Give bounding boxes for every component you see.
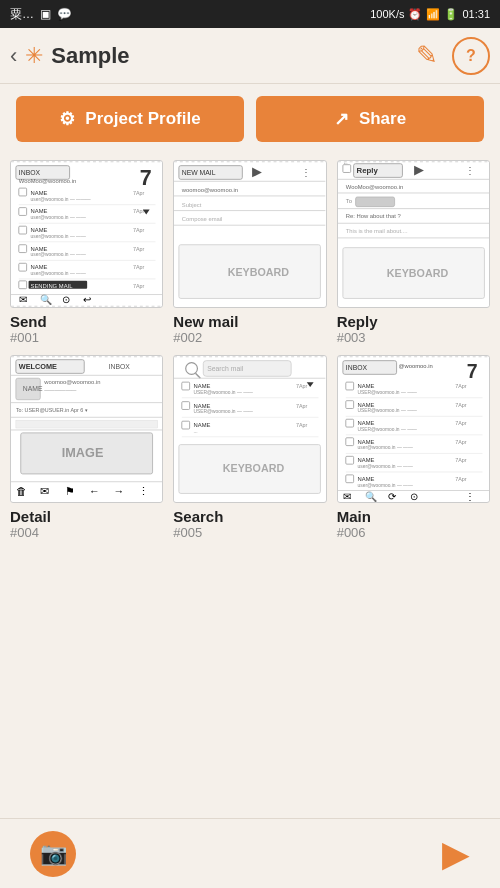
label-reply: Reply [337,313,490,330]
svg-text:🗑: 🗑 [16,485,27,497]
svg-text:7Apr: 7Apr [455,420,467,426]
svg-text:→: → [114,485,125,497]
label-main: Main [337,508,490,525]
app-logo-icon: ✳ [25,43,43,69]
app-header: ‹ ✳ Sample ✎ ? [0,28,500,84]
svg-text:SENDING MAIL: SENDING MAIL [31,283,74,289]
sketch-send: INBOX WooMoo@woomoo.in 7 NAME user@woomo… [10,160,163,308]
svg-text:NAME: NAME [31,190,48,196]
svg-text:user@woomoo.in — ——: user@woomoo.in — —— [357,483,412,488]
svg-text:To: USER@USUER.in    Apr 6 ▾: To: USER@USUER.in Apr 6 ▾ [16,407,88,413]
grid-item-reply[interactable]: ← Reply ⋮ WooMoo@woomoo.in To Re: How ab… [337,160,490,345]
svg-text:7Apr: 7Apr [133,208,145,214]
wechat-icon: 💬 [57,7,72,21]
back-button[interactable]: ‹ [10,43,17,69]
number-reply: #003 [337,330,490,345]
alarm-icon: ⏰ [408,8,422,21]
svg-text:woomoo@woomoo.in: woomoo@woomoo.in [181,187,238,193]
label-send: Send [10,313,163,330]
label-search: Search [173,508,326,525]
svg-text:7Apr: 7Apr [296,422,308,428]
sketch-detail: WELCOME INBOX NAME woomoo@woomoo.in ————… [10,355,163,503]
svg-text:⋮: ⋮ [138,485,149,497]
play-button[interactable]: ▶ [442,833,470,875]
svg-text:KEYBOARD: KEYBOARD [386,267,448,279]
svg-text:7Apr: 7Apr [455,383,467,389]
svg-text:Re: How about that ?: Re: How about that ? [345,213,401,219]
grid-item-search[interactable]: Search mail NAME USER@woomoo.in — —— 7Ap… [173,355,326,540]
svg-text:user@woomoo.in — ———: user@woomoo.in — ——— [31,197,91,202]
svg-text:KEYBOARD: KEYBOARD [228,266,290,278]
svg-text:WELCOME: WELCOME [19,362,57,371]
svg-text:NAME: NAME [194,422,211,428]
svg-text:🔍: 🔍 [40,293,53,306]
svg-text:NAME: NAME [23,385,43,392]
svg-text:⋮: ⋮ [465,165,475,176]
status-right: 100K/s ⏰ 📶 🔋 01:31 [370,8,490,21]
grid-item-detail[interactable]: WELCOME INBOX NAME woomoo@woomoo.in ————… [10,355,163,540]
svg-text:USER@woomoo.in — ——: USER@woomoo.in — —— [357,427,417,432]
svg-text:Reply: Reply [356,166,378,175]
grid-item-send[interactable]: INBOX WooMoo@woomoo.in 7 NAME user@woomo… [10,160,163,345]
sketch-main: INBOX @woomoo.in 7 NAME USER@woomoo.in —… [337,355,490,503]
grid-item-newmail[interactable]: NEW MAIL ⋮ woomoo@woomoo.in Subject Comp… [173,160,326,345]
camera-icon: 📷 [40,841,67,867]
number-main: #006 [337,525,490,540]
svg-text:Subject: Subject [182,202,202,208]
grid-item-main[interactable]: INBOX @woomoo.in 7 NAME USER@woomoo.in —… [337,355,490,540]
svg-text:USER@woomoo.in — ——: USER@woomoo.in — —— [357,408,417,413]
sketch-search: Search mail NAME USER@woomoo.in — —— 7Ap… [173,355,326,503]
edit-button[interactable]: ✎ [416,40,438,71]
label-detail: Detail [10,508,163,525]
header-left: ‹ ✳ Sample [10,43,130,69]
svg-text:✉: ✉ [343,491,351,502]
battery-icon: 🔋 [444,8,458,21]
svg-text:7Apr: 7Apr [133,264,145,270]
svg-text:NAME: NAME [357,402,374,408]
sketch-newmail: NEW MAIL ⋮ woomoo@woomoo.in Subject Comp… [173,160,326,308]
svg-text:🔍: 🔍 [365,490,378,502]
svg-text:NEW MAIL: NEW MAIL [182,169,216,176]
number-detail: #004 [10,525,163,540]
svg-text:WooMoo@woomoo.in: WooMoo@woomoo.in [19,178,76,184]
svg-text:⊙: ⊙ [410,491,418,502]
camera-button[interactable]: 📷 [30,831,76,877]
svg-text:NAME: NAME [31,264,48,270]
svg-text:Compose email: Compose email [182,216,223,222]
svg-text:USER@woomoo.in — ——: USER@woomoo.in — —— [194,390,254,395]
project-profile-button[interactable]: ⚙ Project Profile [16,96,244,142]
svg-text:NAME: NAME [31,208,48,214]
svg-text:NAME: NAME [31,227,48,233]
time-text: 01:31 [462,8,490,20]
svg-text:INBOX: INBOX [345,364,367,371]
svg-text:To: To [345,198,351,204]
svg-rect-90 [16,420,158,428]
share-button[interactable]: ↗ Share [256,96,484,142]
project-profile-label: Project Profile [85,109,200,129]
svg-rect-69 [355,197,394,207]
app-title: Sample [51,43,129,69]
svg-text:NAME: NAME [357,439,374,445]
svg-text:↩: ↩ [83,294,91,305]
sketch-reply: ← Reply ⋮ WooMoo@woomoo.in To Re: How ab… [337,160,490,308]
svg-text:user@woomoo.in — ——: user@woomoo.in — —— [31,215,86,220]
svg-text:NAME: NAME [194,403,211,409]
svg-text:@woomoo.in: @woomoo.in [398,363,432,369]
svg-text:KEYBOARD: KEYBOARD [223,462,285,474]
svg-text:⊙: ⊙ [62,294,70,305]
svg-text:7Apr: 7Apr [133,246,145,252]
help-button[interactable]: ? [452,37,490,75]
share-label: Share [359,109,406,129]
svg-text:WooMoo@woomoo.in: WooMoo@woomoo.in [345,184,402,190]
svg-text:7: 7 [467,360,478,382]
share-icon: ↗ [334,108,349,130]
svg-text:7Apr: 7Apr [455,457,467,463]
svg-text:7Apr: 7Apr [455,476,467,482]
svg-text:7Apr: 7Apr [455,402,467,408]
svg-text:user@woomoo.in — ——: user@woomoo.in — —— [357,446,412,451]
svg-text:7Apr: 7Apr [133,227,145,233]
svg-text:⋮: ⋮ [465,491,475,502]
svg-text:user@woomoo.in — ——: user@woomoo.in — —— [357,464,412,469]
svg-text:✉: ✉ [19,294,27,305]
svg-text:INBOX: INBOX [19,169,41,176]
